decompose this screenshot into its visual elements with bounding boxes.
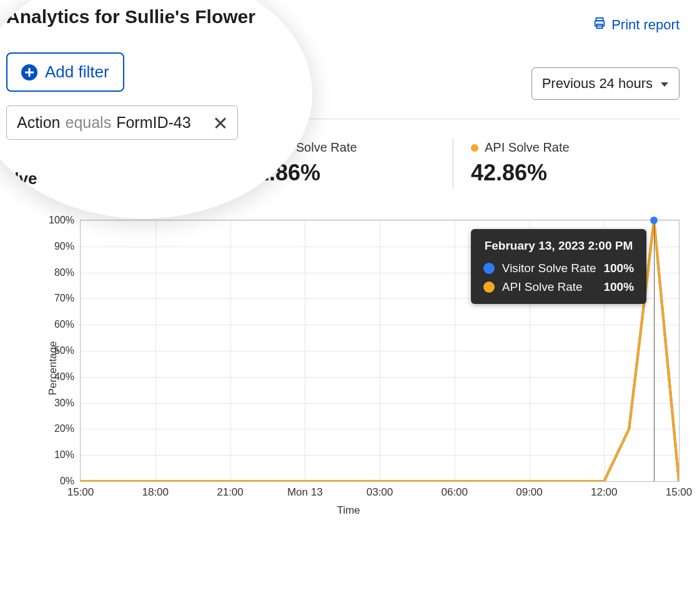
tooltip-row: Visitor Solve Rate100% [483, 262, 634, 275]
time-range-select[interactable]: Previous 24 hours [531, 67, 680, 100]
filter-chip-magnified[interactable]: Action equals FormID-43 [6, 105, 238, 140]
plus-circle-icon [21, 64, 37, 81]
add-filter-label: Add filter [45, 62, 109, 82]
time-range-label: Previous 24 hours [542, 76, 653, 92]
tooltip-row: API Solve Rate100% [483, 280, 634, 294]
tooltip-value: 100% [603, 280, 634, 294]
stat-value: 42.86% [471, 160, 662, 186]
x-axis-label: Time [17, 504, 680, 517]
y-tick: 100% [49, 215, 81, 226]
filter-value: FormID-43 [116, 114, 190, 132]
tooltip-value: 100% [603, 262, 634, 275]
y-tick: 60% [54, 319, 81, 330]
tooltip-title: February 13, 2023 2:00 PM [483, 239, 634, 253]
stat-label: API Solve Rate [485, 140, 570, 155]
tooltip-label: Visitor Solve Rate [502, 262, 596, 275]
y-tick: 30% [54, 398, 81, 409]
x-tick: 12:00 [591, 481, 618, 499]
page-title-magnified: Analytics for Sullie's Flower [6, 6, 281, 27]
print-report-link[interactable]: Print report [593, 16, 680, 34]
tooltip-label: API Solve Rate [502, 280, 583, 294]
x-tick: 15:00 [666, 481, 693, 499]
y-tick: 50% [54, 345, 81, 356]
y-tick: 80% [54, 267, 81, 278]
x-tick: 09:00 [516, 481, 543, 499]
y-tick: 10% [54, 449, 81, 461]
hover-point-icon [650, 217, 658, 224]
close-icon[interactable] [214, 116, 227, 130]
x-tick: 15:00 [67, 481, 94, 499]
x-tick: 21:00 [217, 481, 244, 499]
print-report-label: Print report [611, 17, 680, 33]
filter-operator: equals [65, 114, 111, 132]
solve-rate-chart: Percentage 0%10%20%30%40%50%60%70%80%90%… [17, 220, 680, 517]
x-tick: 06:00 [441, 481, 468, 499]
filter-field: Action [17, 114, 60, 132]
x-tick: Mon 13 [287, 481, 323, 499]
y-tick: 90% [54, 241, 81, 252]
x-tick: 03:00 [367, 481, 393, 499]
chart-tooltip: February 13, 2023 2:00 PMVisitor Solve R… [471, 229, 646, 304]
y-tick: 40% [54, 371, 81, 383]
hover-guide-line [654, 220, 655, 481]
chevron-down-icon [660, 76, 669, 92]
chart-plot-area[interactable]: 0%10%20%30%40%50%60%70%80%90%100%15:0018… [80, 220, 680, 482]
legend-dot-icon [483, 281, 495, 293]
stat-api-solve-rate: API Solve Rate 42.86% [453, 138, 680, 188]
printer-icon [593, 16, 606, 34]
add-filter-button-magnified[interactable]: Add filter [6, 52, 124, 92]
x-tick: 18:00 [142, 481, 169, 499]
y-tick: 20% [54, 423, 81, 434]
y-tick: 70% [54, 293, 81, 304]
legend-dot-icon [483, 263, 495, 274]
legend-dot-icon [471, 144, 478, 152]
